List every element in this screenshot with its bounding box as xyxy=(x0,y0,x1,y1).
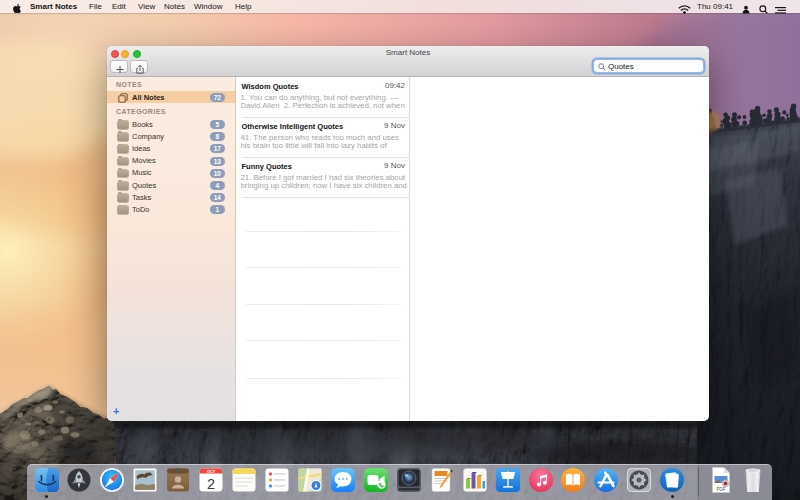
svg-text:PDF: PDF xyxy=(716,487,725,492)
svg-text:2: 2 xyxy=(207,476,215,492)
svg-text:OCT: OCT xyxy=(207,470,216,474)
